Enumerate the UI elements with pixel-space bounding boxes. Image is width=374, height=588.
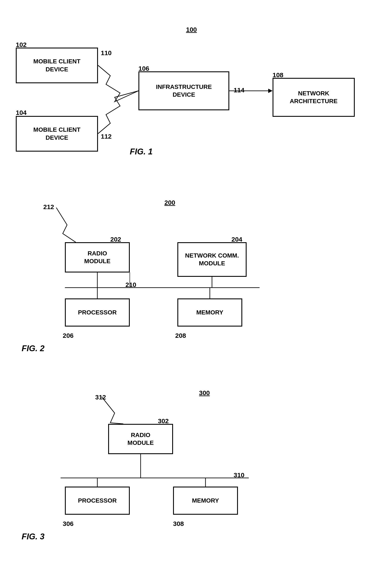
fig1-mobile1-box: MOBILE CLIENTDEVICE bbox=[16, 48, 98, 83]
ref-306: 306 bbox=[63, 520, 74, 527]
ref-104: 104 bbox=[16, 109, 27, 116]
ref-204: 204 bbox=[231, 236, 242, 243]
diagram-container: 100 102 104 106 108 110 112 114 MOBILE C… bbox=[0, 0, 374, 588]
fig3-svg bbox=[0, 372, 374, 567]
fig1-network-box: NETWORKARCHITECTURE bbox=[273, 78, 355, 117]
fig1-mobile1-label: MOBILE CLIENTDEVICE bbox=[33, 58, 80, 73]
fig1-mobile2-label: MOBILE CLIENTDEVICE bbox=[33, 126, 80, 142]
fig1-area: 100 102 104 106 108 110 112 114 MOBILE C… bbox=[0, 13, 374, 169]
ref-114: 114 bbox=[234, 86, 245, 94]
ref-102: 102 bbox=[16, 41, 27, 48]
fig2-radio-label: RADIOMODULE bbox=[84, 250, 110, 265]
fig2-radio-box: RADIOMODULE bbox=[65, 242, 130, 273]
ref-202: 202 bbox=[110, 236, 121, 243]
ref-310: 310 bbox=[234, 472, 245, 479]
ref-206: 206 bbox=[63, 332, 74, 339]
fig2-netcomm-label: NETWORK COMM.MODULE bbox=[185, 252, 239, 268]
fig2-area: 200 212 202 204 210 206 208 RADIOMODULE … bbox=[0, 182, 374, 359]
fig1-mobile2-box: MOBILE CLIENTDEVICE bbox=[16, 116, 98, 152]
ref-300: 300 bbox=[199, 389, 210, 397]
fig2-title: FIG. 2 bbox=[22, 344, 44, 353]
svg-marker-1 bbox=[268, 89, 273, 93]
fig2-processor-label: PROCESSOR bbox=[78, 309, 117, 316]
fig3-radio-label: RADIOMODULE bbox=[128, 431, 154, 447]
fig1-network-label: NETWORKARCHITECTURE bbox=[290, 90, 338, 105]
fig3-memory-label: MEMORY bbox=[192, 497, 219, 504]
ref-302: 302 bbox=[158, 417, 169, 425]
fig2-processor-box: PROCESSOR bbox=[65, 298, 130, 326]
ref-200: 200 bbox=[164, 199, 175, 206]
ref-112: 112 bbox=[101, 133, 112, 140]
fig3-processor-box: PROCESSOR bbox=[65, 487, 130, 515]
fig1-infra-label: INFRASTRUCTUREDEVICE bbox=[156, 83, 212, 99]
ref-312: 312 bbox=[95, 394, 106, 401]
fig1-title: FIG. 1 bbox=[130, 147, 153, 156]
fig3-area: 300 312 302 310 306 308 RADIOMODULE PROC… bbox=[0, 372, 374, 567]
ref-212: 212 bbox=[43, 203, 54, 211]
ref-210: 210 bbox=[126, 281, 136, 288]
ref-108: 108 bbox=[273, 71, 283, 79]
fig2-memory-box: MEMORY bbox=[177, 298, 242, 326]
fig3-radio-box: RADIOMODULE bbox=[108, 424, 173, 454]
fig3-processor-label: PROCESSOR bbox=[78, 497, 117, 504]
ref-208: 208 bbox=[175, 332, 186, 339]
ref-100: 100 bbox=[186, 26, 197, 33]
ref-110: 110 bbox=[101, 49, 112, 57]
fig3-title: FIG. 3 bbox=[22, 532, 44, 541]
fig2-memory-label: MEMORY bbox=[196, 309, 224, 316]
ref-106: 106 bbox=[139, 65, 149, 72]
fig3-memory-box: MEMORY bbox=[173, 487, 238, 515]
ref-308: 308 bbox=[173, 520, 184, 527]
fig2-netcomm-box: NETWORK COMM.MODULE bbox=[177, 242, 246, 277]
fig1-infra-box: INFRASTRUCTUREDEVICE bbox=[139, 71, 229, 110]
